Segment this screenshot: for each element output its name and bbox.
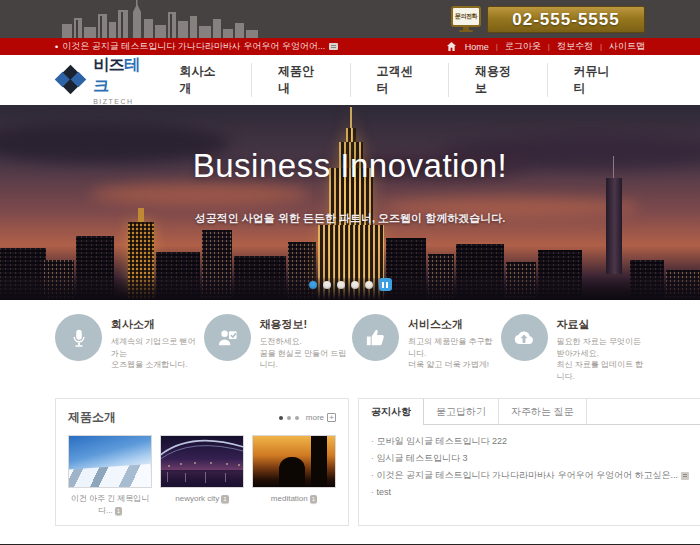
products-dot-1[interactable] [279,416,283,420]
post-row[interactable]: test 17.01.11 [371,484,700,501]
product-caption[interactable]: meditation1 [252,493,336,505]
product-item[interactable]: newyork city1 [160,435,244,517]
utility-edit-info[interactable]: 정보수정 [557,40,593,53]
logo-diamonds-icon [55,65,84,95]
nav-community[interactable]: 커뮤니티 [547,63,646,97]
ticker-notice-icon [329,43,338,50]
carousel-dot-3[interactable] [337,281,345,289]
feature-company[interactable]: 회사소개 세계속의 기업으로 뻗어가는 오즈웹을 소개합니다. [55,314,200,382]
home-icon [447,42,456,51]
feature-service[interactable]: 서비스소개 최고의 제품만을 추구합니다. 더욱 얇고 더욱 가볍게! [352,314,497,382]
feature-archive[interactable]: 자료실 필요한 자료는 무엇이든 받아가세요. 최신 자료를 업데이트 합니다. [501,314,646,382]
nav-recruit[interactable]: 채용정보 [448,63,547,97]
top-bar: 문의전화 02-555-5555 [0,0,700,38]
comment-count-badge: 1 [310,495,317,503]
ticker-text[interactable]: 이것은 공지글 테스트입니다 가나다라마바사 우어우어 우엉어어... [62,40,325,53]
product-thumbnail-bridge[interactable] [160,435,244,488]
utility-logout[interactable]: 로그아웃 [505,40,541,53]
hero-banner: Business Innovation! 성공적인 사업을 위한 든든한 파트너… [0,105,700,300]
person-check-icon [204,314,251,361]
utility-menu: Home | 로그아웃 | 정보수정 | 사이트맵 [447,40,645,53]
product-caption[interactable]: newyork city1 [160,493,244,505]
product-item[interactable]: meditation1 [252,435,336,517]
comment-count-badge: 1 [221,495,228,503]
product-thumbnail-sunset[interactable] [252,435,336,488]
content-row: 제품소개 more 이건 아주 긴 제목입니다...1 [0,392,700,536]
utility-home[interactable]: Home [465,42,489,52]
product-item[interactable]: 이건 아주 긴 제목입니다...1 [68,435,152,517]
city-skyline-image [60,0,260,38]
product-thumbnail-mountains[interactable] [68,435,152,488]
phone-number: 02-555-5555 [487,6,645,33]
hero-subtitle: 성공적인 사업을 위한 든든한 파트너, 오즈웹이 함께하겠습니다. [0,211,700,226]
hero-title: Business Innovation! [0,147,700,185]
utility-bar: • 이것은 공지글 테스트입니다 가나다라마바사 우어우어 우엉어어... Ho… [0,38,700,55]
cloud-upload-icon [501,314,548,361]
product-caption[interactable]: 이건 아주 긴 제목입니다...1 [68,493,152,517]
thumbs-up-icon [352,314,399,361]
main-nav: 회사소개 제품안내 고객센터 채용정보 커뮤니티 [154,55,646,105]
products-dot-2[interactable] [287,416,291,420]
carousel-dot-2[interactable] [323,281,331,289]
post-row[interactable]: 임시글 테스트입니다 3 15.08.12 [371,450,700,467]
feature-links: 회사소개 세계속의 기업으로 뻗어가는 오즈웹을 소개합니다. 채용정보! 도전… [0,300,700,392]
tab-notice[interactable]: 공지사항 [359,399,424,424]
products-title: 제품소개 [68,409,116,426]
post-row[interactable]: 이것은 공지글 테스트입니다 가나다라마바사 우어우어 우엉어어 하고싶은...… [371,467,700,484]
contact-phone: 문의전화 02-555-5555 [451,6,645,33]
logo[interactable]: 비즈테크 BIZTECH [55,55,154,105]
products-more-button[interactable]: more [306,413,336,422]
site-header: 비즈테크 BIZTECH 회사소개 제품안내 고객센터 채용정보 커뮤니티 [0,55,700,105]
notice-ticker[interactable]: • 이것은 공지글 테스트입니다 가나다라마바사 우어우어 우엉어어... [55,40,338,53]
nav-products[interactable]: 제품안내 [251,63,350,97]
post-attachment-icon [681,472,689,480]
comment-count-badge: 1 [115,507,122,515]
tab-qna[interactable]: 묻고답하기 [424,399,499,424]
products-dot-3[interactable] [295,416,299,420]
carousel-dot-1[interactable] [309,281,317,289]
board-tabs: 공지사항 묻고답하기 자주하는 질문 [359,399,700,425]
post-row[interactable]: 모바일 임시글 테스트입니다 222 15.08.12 [371,433,700,450]
board-panel: 공지사항 묻고답하기 자주하는 질문 모바일 임시글 테스트입니다 222 15… [358,398,700,526]
plus-icon [327,413,336,422]
carousel-dot-5[interactable] [365,281,373,289]
utility-sitemap[interactable]: 사이트맵 [609,40,645,53]
ticker-bullet: • [55,42,58,52]
tab-faq[interactable]: 자주하는 질문 [499,399,587,424]
logo-subtitle: BIZTECH [93,98,153,105]
nav-company[interactable]: 회사소개 [154,63,252,97]
phone-label: 문의전화 [453,8,479,25]
carousel-controls [0,278,700,291]
carousel-dot-4[interactable] [351,281,359,289]
logo-name: 비즈테크 [93,55,153,97]
nav-customer[interactable]: 고객센터 [350,63,449,97]
feature-recruit[interactable]: 채용정보! 도전하세요. 꿈을 현실로 만들어 드립니다. [204,314,349,382]
monitor-icon: 문의전화 [451,6,481,32]
microphone-icon [55,314,102,361]
products-panel: 제품소개 more 이건 아주 긴 제목입니다...1 [55,398,349,526]
carousel-pause-button[interactable] [379,278,392,291]
